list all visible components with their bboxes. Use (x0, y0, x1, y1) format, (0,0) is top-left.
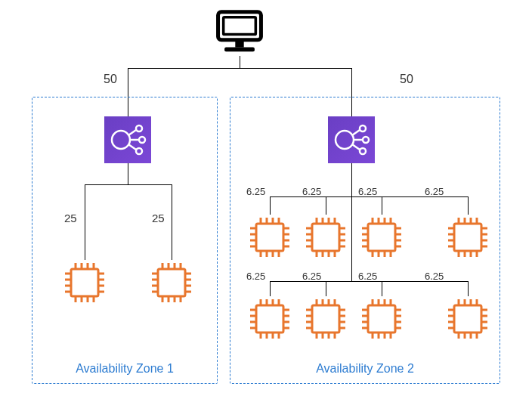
svg-line-17 (352, 144, 360, 150)
instance-icon (445, 296, 490, 342)
connector (468, 281, 469, 296)
svg-rect-52 (256, 224, 283, 251)
svg-rect-1 (224, 17, 256, 35)
connector (128, 68, 351, 69)
svg-rect-120 (256, 305, 283, 333)
connector (270, 196, 271, 215)
svg-line-10 (128, 144, 136, 150)
connector (382, 196, 382, 215)
svg-rect-103 (454, 224, 481, 251)
instance-icon (359, 215, 404, 260)
instance-icon (62, 260, 107, 305)
left-split-label: 50 (104, 73, 117, 86)
svg-point-14 (360, 148, 366, 154)
svg-line-8 (128, 130, 136, 135)
svg-rect-171 (454, 305, 481, 333)
zone2-weight-2: 6.25 (358, 186, 377, 197)
instance-icon (303, 296, 348, 342)
svg-rect-3 (224, 48, 255, 52)
zone2-weight-0: 6.25 (246, 186, 265, 197)
svg-point-11 (336, 131, 354, 149)
svg-line-15 (352, 130, 360, 135)
svg-point-13 (363, 137, 369, 143)
zone1-weight-0: 25 (64, 212, 77, 224)
availability-zone-1-label: Availability Zone 1 (32, 362, 217, 376)
svg-point-7 (136, 148, 142, 154)
svg-point-5 (136, 125, 142, 131)
connector (85, 184, 85, 260)
load-balancer-icon (328, 116, 375, 163)
zone2-weight-3: 6.25 (425, 186, 444, 197)
connector (468, 196, 469, 215)
instance-icon (149, 260, 194, 305)
connector (85, 184, 172, 185)
connector (351, 163, 352, 178)
instance-icon (247, 215, 292, 260)
instance-icon (303, 215, 348, 260)
instance-icon (359, 296, 404, 342)
zone2-weight-7: 6.25 (425, 271, 444, 282)
zone2-weight-4: 6.25 (246, 271, 265, 282)
svg-point-4 (112, 131, 130, 149)
availability-zone-2-label: Availability Zone 2 (230, 362, 500, 376)
client-icon (212, 8, 268, 56)
zone2-weight-6: 6.25 (358, 271, 377, 282)
svg-point-12 (360, 125, 366, 131)
svg-rect-69 (312, 224, 339, 251)
connector (326, 281, 326, 296)
zone1-weight-1: 25 (152, 212, 165, 224)
connector (240, 56, 240, 68)
svg-rect-154 (368, 305, 395, 333)
svg-rect-35 (158, 269, 185, 296)
svg-rect-86 (368, 224, 395, 251)
instance-icon (247, 296, 292, 342)
connector (351, 178, 352, 281)
svg-rect-2 (235, 40, 243, 48)
svg-rect-137 (312, 305, 339, 333)
right-split-label: 50 (400, 73, 413, 86)
svg-rect-18 (71, 269, 98, 296)
connector (270, 281, 271, 296)
connector (326, 196, 326, 215)
svg-point-6 (139, 137, 145, 143)
load-balancer-icon (104, 116, 151, 163)
instance-icon (445, 215, 490, 260)
connector (128, 163, 128, 184)
connector (172, 184, 172, 260)
zone2-weight-5: 6.25 (302, 271, 321, 282)
connector (382, 281, 382, 296)
zone2-weight-1: 6.25 (302, 186, 321, 197)
